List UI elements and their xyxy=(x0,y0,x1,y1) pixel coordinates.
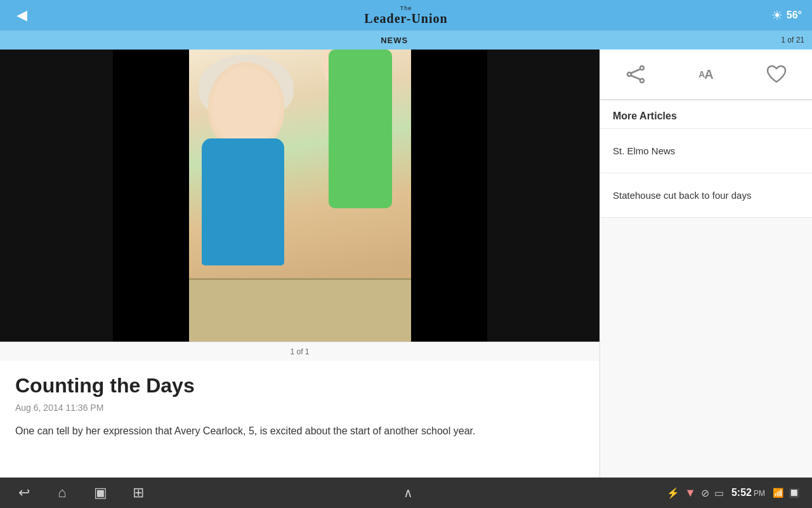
article-text: Counting the Days Aug 6, 2014 11:36 PM O… xyxy=(0,361,599,452)
logo-top: The xyxy=(400,5,412,11)
article-date: Aug 6, 2014 11:36 PM xyxy=(15,403,584,413)
grid-nav-button[interactable]: ⊞ xyxy=(127,485,150,501)
download-icon: ▼ xyxy=(684,486,696,500)
svg-line-3 xyxy=(631,69,640,73)
main-content: 1 of 1 Counting the Days Aug 6, 2014 11:… xyxy=(0,50,812,478)
font-size-button[interactable]: AA xyxy=(687,55,725,93)
image-section: 1 of 1 xyxy=(0,50,599,361)
weather-icon: ☀ xyxy=(771,8,783,23)
wifi-icon: 📶 xyxy=(773,488,783,498)
page-counter: 1 of 21 xyxy=(781,36,804,44)
article-body: One can tell by her expression that Aver… xyxy=(15,423,584,439)
share-button[interactable] xyxy=(617,55,655,93)
signal-icon: 🔲 xyxy=(789,488,799,498)
top-bar: ◀ The Leader-Union ☀ 56° xyxy=(0,0,812,30)
article-area: 1 of 1 Counting the Days Aug 6, 2014 11:… xyxy=(0,50,599,478)
recents-nav-button[interactable]: ▣ xyxy=(89,485,112,501)
nav-icons-left: ↩ ⌂ ▣ ⊞ xyxy=(13,485,150,501)
image-caption: 1 of 1 xyxy=(0,342,599,361)
article-image xyxy=(0,50,599,342)
more-articles-label: More Articles xyxy=(600,100,812,129)
photo xyxy=(113,50,487,342)
news-label: NEWS xyxy=(8,36,781,45)
sidebar-toolbar: AA xyxy=(600,50,812,100)
status-time: 5:52 PM xyxy=(731,487,765,498)
nav-center: ∧ xyxy=(403,485,413,500)
sidebar-article-2[interactable]: Statehouse cut back to four days xyxy=(600,173,812,218)
nav-icons-right: ⚡ ▼ ⊘ ▭ 5:52 PM 📶 🔲 xyxy=(667,486,799,500)
sidebar: AA More Articles St. Elmo News Statehous… xyxy=(599,50,812,478)
app-logo: The Leader-Union xyxy=(364,5,447,26)
logo-main: Leader-Union xyxy=(364,11,447,26)
screen-icon: ▭ xyxy=(714,487,724,499)
back-button[interactable]: ◀ xyxy=(10,7,33,23)
weather-widget: ☀ 56° xyxy=(771,8,802,23)
back-nav-button[interactable]: ↩ xyxy=(13,485,36,501)
article-title: Counting the Days xyxy=(15,373,584,398)
news-bar: NEWS 1 of 21 xyxy=(0,30,812,50)
home-nav-button[interactable]: ⌂ xyxy=(51,485,74,501)
favorite-button[interactable] xyxy=(757,55,796,93)
usb-icon: ⚡ xyxy=(667,487,679,499)
ampm-display: PM xyxy=(754,489,765,498)
bottom-bar: ↩ ⌂ ▣ ⊞ ∧ ⚡ ▼ ⊘ ▭ 5:52 PM 📶 🔲 xyxy=(0,478,812,508)
status-icons: ⚡ ▼ ⊘ ▭ xyxy=(667,486,724,500)
time-display: 5:52 xyxy=(731,487,752,498)
block-icon: ⊘ xyxy=(701,487,709,499)
nav-up-button[interactable]: ∧ xyxy=(403,485,413,500)
sidebar-article-1[interactable]: St. Elmo News xyxy=(600,129,812,173)
svg-line-4 xyxy=(631,76,640,79)
temperature: 56° xyxy=(787,10,802,21)
connectivity-icons: 📶 🔲 xyxy=(773,488,799,498)
